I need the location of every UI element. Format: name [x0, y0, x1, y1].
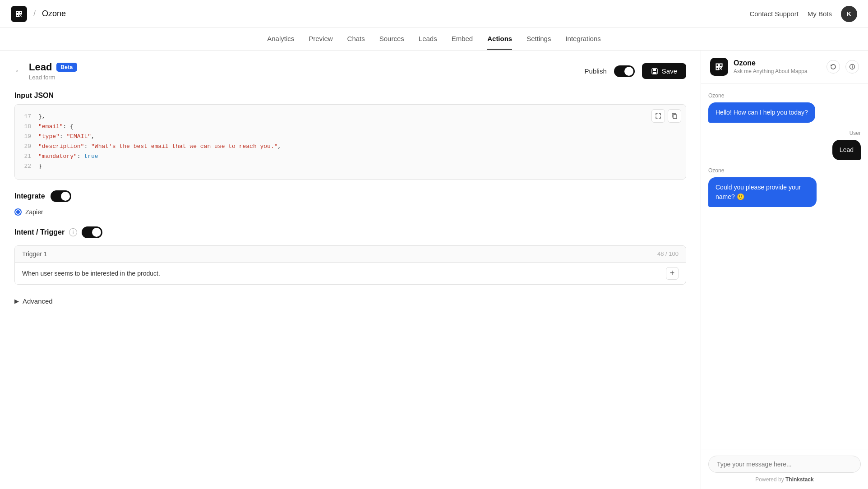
trigger-label: Trigger 1: [22, 250, 47, 258]
integrate-label: Integrate: [14, 192, 45, 200]
trigger-container: Trigger 1 48 / 100 +: [14, 245, 686, 285]
nav-left: / Ozone: [11, 6, 66, 22]
header-title-group: Lead Beta Lead form: [29, 61, 77, 81]
advanced-section[interactable]: ▶ Advanced: [14, 294, 686, 309]
my-bots-link[interactable]: My Bots: [808, 10, 832, 18]
app-logo[interactable]: [11, 6, 27, 22]
advanced-label: Advanced: [23, 297, 53, 305]
nav-right: Contact Support My Bots K: [749, 6, 857, 22]
message-sender: Ozone: [708, 92, 861, 99]
code-line: 20 "description": "What's the best email…: [22, 142, 679, 152]
publish-toggle[interactable]: [614, 65, 635, 77]
content-wrapper: ← Lead Beta Lead form Publish: [0, 51, 868, 489]
tab-chats[interactable]: Chats: [347, 28, 365, 50]
tab-actions[interactable]: Actions: [487, 28, 512, 50]
app-title: Ozone: [42, 9, 66, 18]
refresh-chat-button[interactable]: [826, 60, 840, 74]
chat-bot-subtitle: Ask me Anything About Mappa: [734, 68, 807, 74]
intent-trigger-row: Intent / Trigger i: [14, 226, 686, 238]
intent-toggle[interactable]: [82, 226, 102, 238]
back-button[interactable]: ←: [14, 66, 23, 76]
chat-bot-avatar: [710, 58, 728, 76]
chat-header-icons: [826, 60, 859, 74]
main-panel: ← Lead Beta Lead form Publish: [0, 51, 701, 489]
bot-message-bubble: Could you please provide your name? 🙂: [708, 177, 817, 207]
zapier-option[interactable]: Zapier: [14, 208, 686, 216]
nav-slash: /: [33, 9, 36, 18]
chat-messages: Ozone Hello! How can I help you today? U…: [701, 83, 868, 449]
panel-header: ← Lead Beta Lead form Publish: [14, 61, 686, 81]
user-avatar[interactable]: K: [841, 6, 857, 22]
json-section-label: Input JSON: [14, 92, 686, 100]
code-line: 18 "email": {: [22, 122, 679, 132]
integrate-row: Integrate: [14, 190, 686, 202]
chat-message-input[interactable]: [708, 456, 861, 473]
chat-bot-name: Ozone: [734, 59, 807, 67]
save-icon: [651, 68, 658, 75]
chat-header: Ozone Ask me Anything About Mappa: [701, 51, 868, 83]
code-line: 17 },: [22, 112, 679, 122]
message-group: Ozone Hello! How can I help you today?: [708, 92, 861, 123]
code-line: 21 "mandatory": true: [22, 152, 679, 161]
page-subtitle: Lead form: [29, 74, 77, 81]
add-trigger-button[interactable]: +: [666, 267, 679, 280]
chat-bot-info: Ozone Ask me Anything About Mappa: [710, 58, 807, 76]
json-section: Input JSON 17 }, 18: [14, 92, 686, 180]
beta-badge: Beta: [56, 63, 77, 72]
expand-code-button[interactable]: [651, 109, 665, 123]
chat-input-area: Powered by Thinkstack: [701, 449, 868, 489]
tab-analytics[interactable]: Analytics: [267, 28, 294, 50]
svg-rect-2: [653, 72, 656, 74]
svg-rect-3: [673, 115, 677, 119]
info-icon[interactable]: i: [69, 228, 77, 236]
message-sender: Ozone: [708, 167, 861, 174]
zapier-label: Zapier: [25, 208, 43, 216]
chat-panel: Ozone Ask me Anything About Mappa Ozone …: [701, 51, 868, 489]
powered-brand: Thinkstack: [785, 476, 814, 483]
tab-leads[interactable]: Leads: [419, 28, 437, 50]
tab-sources[interactable]: Sources: [379, 28, 404, 50]
copy-code-button[interactable]: [668, 109, 681, 123]
integrate-toggle[interactable]: [51, 190, 71, 202]
header-right: Publish Save: [585, 63, 686, 79]
message-group: Ozone Could you please provide your name…: [708, 167, 861, 207]
top-nav: / Ozone Contact Support My Bots K: [0, 0, 868, 28]
bot-message-bubble: Hello! How can I help you today?: [708, 102, 815, 123]
advanced-arrow-icon: ▶: [14, 298, 19, 304]
trigger-input[interactable]: [22, 270, 662, 277]
code-toolbar: [651, 109, 681, 123]
code-line: 19 "type": "EMAIL",: [22, 132, 679, 142]
page-title: Lead: [29, 61, 52, 73]
trigger-count: 48 / 100: [657, 250, 679, 257]
code-line: 22 }: [22, 161, 679, 171]
trigger-input-row: +: [15, 263, 686, 284]
message-sender: User: [850, 130, 861, 136]
user-message-bubble: Lead: [832, 140, 861, 160]
save-button[interactable]: Save: [642, 63, 686, 79]
tab-integrations[interactable]: Integrations: [565, 28, 600, 50]
contact-support-link[interactable]: Contact Support: [749, 10, 798, 18]
code-block: 17 }, 18 "email": { 19 "type": "EMAIL", …: [14, 104, 686, 180]
intent-label: Intent / Trigger: [14, 228, 65, 236]
info-chat-button[interactable]: [845, 60, 859, 74]
chat-bot-text: Ozone Ask me Anything About Mappa: [734, 59, 807, 74]
header-left: ← Lead Beta Lead form: [14, 61, 77, 81]
powered-by: Powered by Thinkstack: [708, 476, 861, 483]
zapier-radio[interactable]: [14, 208, 22, 216]
tab-embed[interactable]: Embed: [452, 28, 473, 50]
tab-settings[interactable]: Settings: [526, 28, 551, 50]
trigger-header: Trigger 1 48 / 100: [15, 246, 686, 263]
message-group: User Lead: [708, 130, 861, 160]
svg-rect-1: [653, 69, 656, 71]
publish-label: Publish: [585, 67, 607, 75]
main-tabs: AnalyticsPreviewChatsSourcesLeadsEmbedAc…: [0, 28, 868, 51]
code-area: 17 }, 18 "email": { 19 "type": "EMAIL", …: [15, 105, 686, 179]
tab-preview[interactable]: Preview: [309, 28, 332, 50]
